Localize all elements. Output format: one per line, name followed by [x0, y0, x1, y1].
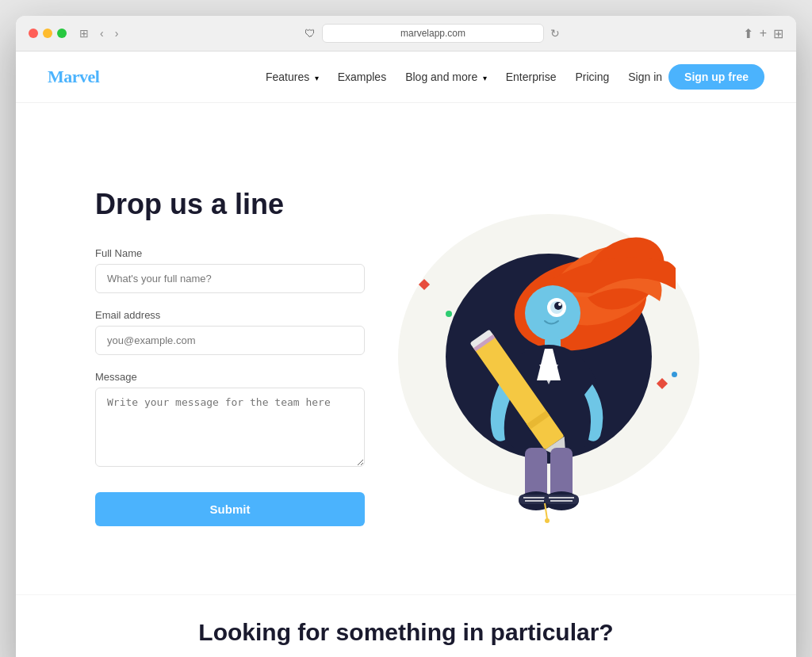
traffic-lights	[29, 29, 67, 38]
sidebar-toggle[interactable]: ⊞	[76, 25, 92, 41]
nav-item-enterprise[interactable]: Enterprise	[506, 70, 557, 84]
security-icon: 🛡	[304, 27, 316, 40]
logo[interactable]: Marvel	[48, 67, 99, 87]
share-button[interactable]: ⬆	[743, 26, 753, 41]
submit-button[interactable]: Submit	[95, 492, 365, 526]
message-textarea[interactable]	[95, 388, 365, 467]
address-bar[interactable]: marvelapp.com	[322, 24, 544, 43]
email-label: Email address	[95, 309, 365, 321]
nav-links: Features ▾ Examples Blog and more ▾ Ente…	[266, 70, 662, 84]
message-group: Message	[95, 371, 365, 470]
nav-item-features[interactable]: Features ▾	[266, 70, 319, 84]
browser-window: ⊞ ‹ › 🛡 marvelapp.com ↻ ⬆ + ⊞ Marvel Fea…	[16, 16, 796, 657]
forward-button[interactable]: ›	[112, 25, 122, 41]
page-content: Marvel Features ▾ Examples Blog and more…	[16, 52, 796, 657]
nav-link-features[interactable]: Features	[266, 71, 309, 83]
navigation: Marvel Features ▾ Examples Blog and more…	[16, 52, 796, 103]
svg-point-29	[545, 518, 550, 523]
new-tab-button[interactable]: +	[760, 26, 767, 40]
nav-item-pricing[interactable]: Pricing	[575, 70, 609, 84]
signup-button[interactable]: Sign up free	[668, 64, 764, 90]
grid-button[interactable]: ⊞	[773, 26, 783, 41]
nav-link-enterprise[interactable]: Enterprise	[506, 71, 557, 83]
address-bar-container: 🛡 marvelapp.com ↻	[131, 24, 733, 43]
back-button[interactable]: ‹	[97, 25, 107, 41]
full-name-input[interactable]	[95, 264, 365, 293]
browser-chrome: ⊞ ‹ › 🛡 marvelapp.com ↻ ⬆ + ⊞	[16, 16, 796, 52]
message-label: Message	[95, 371, 365, 383]
nav-item-examples[interactable]: Examples	[338, 70, 386, 84]
main-content: Drop us a line Full Name Email address M…	[16, 103, 796, 594]
minimize-button[interactable]	[43, 29, 52, 38]
nav-link-blog[interactable]: Blog and more	[405, 71, 477, 83]
chevron-down-icon: ▾	[315, 74, 319, 82]
browser-controls: ⊞ ‹ ›	[76, 25, 121, 41]
browser-actions: ⬆ + ⊞	[743, 26, 783, 41]
svg-point-8	[558, 303, 561, 306]
bottom-title: Looking for something in particular?	[48, 619, 764, 646]
signin-button[interactable]: Sign in	[628, 71, 662, 83]
close-button[interactable]	[29, 29, 38, 38]
nav-item-signin[interactable]: Sign in	[628, 70, 662, 84]
svg-rect-25	[544, 495, 579, 504]
bottom-section: Looking for something in particular?	[16, 594, 796, 657]
character-illustration	[422, 190, 676, 523]
full-name-group: Full Name	[95, 247, 365, 293]
svg-point-7	[554, 302, 562, 310]
email-group: Email address	[95, 309, 365, 355]
form-title: Drop us a line	[95, 187, 365, 221]
maximize-button[interactable]	[57, 29, 67, 38]
nav-item-blog[interactable]: Blog and more ▾	[405, 70, 487, 84]
form-section: Drop us a line Full Name Email address M…	[95, 187, 365, 525]
nav-link-pricing[interactable]: Pricing	[575, 71, 609, 83]
nav-link-examples[interactable]: Examples	[338, 71, 386, 83]
illustration-section: ✦ ✦	[365, 166, 733, 547]
chevron-down-icon-blog: ▾	[483, 74, 487, 82]
email-input[interactable]	[95, 326, 365, 355]
full-name-label: Full Name	[95, 247, 365, 259]
refresh-icon[interactable]: ↻	[550, 27, 560, 40]
